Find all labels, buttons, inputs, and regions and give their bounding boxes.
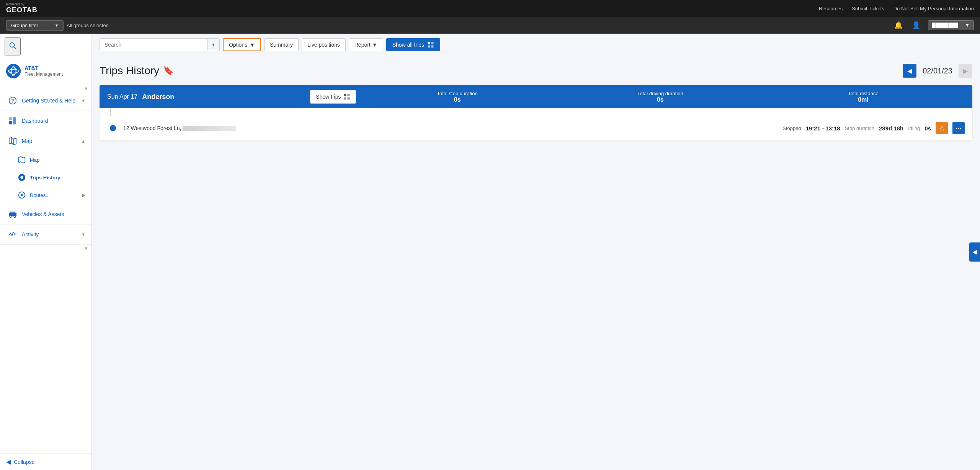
date-prev-button[interactable]: ◀ (903, 64, 916, 78)
page-header: Trips History 🔖 ◀ 02/01/23 ▶ (100, 64, 972, 78)
brand-name: GEOTAB (6, 6, 38, 14)
nav-group-map: Map ▲ Map Trips Hist (0, 131, 91, 204)
map-sub-icon (17, 155, 27, 165)
table-header-date: Sun Apr 17 (107, 93, 137, 100)
search-icon (8, 41, 17, 50)
groups-bar-left: Groups filter ▼ All groups selected (6, 20, 109, 31)
table-header-distance: Total distance 0mi (762, 91, 965, 103)
sidebar-search-area (0, 34, 91, 59)
svg-rect-23 (428, 46, 430, 48)
table-header-row: Sun Apr 17 Anderson Show trips T (100, 85, 972, 108)
right-panel-collapse-button[interactable]: ◀ (969, 242, 980, 262)
main-layout: AT&T Fleet Management ▲ ? Getting Starte… (0, 34, 980, 470)
report-button[interactable]: Report ▼ (349, 38, 383, 51)
user-icon: 👤 (912, 21, 920, 29)
trip-stop-duration-label: Stop duration (845, 125, 874, 131)
search-dropdown-button[interactable]: ▼ (207, 39, 219, 50)
map-icon (7, 136, 18, 146)
do-not-sell-link[interactable]: Do Not Sell My Personal Information (893, 6, 974, 11)
trip-dot-container (107, 125, 119, 131)
search-input[interactable] (100, 39, 207, 51)
activity-icon (7, 229, 18, 240)
att-logo (6, 64, 21, 78)
scroll-down-indicator: ▼ (83, 246, 88, 251)
show-all-trips-button[interactable]: Show all trips (386, 38, 440, 51)
sidebar-item-trips-history-label: Trips History (30, 175, 60, 181)
sidebar-item-activity[interactable]: Activity ▼ (0, 224, 91, 244)
trips-table: Sun Apr 17 Anderson Show trips T (100, 85, 972, 141)
page-title-area: Trips History 🔖 (100, 65, 173, 77)
show-trips-button[interactable]: Show trips (310, 90, 356, 104)
sidebar-item-vehicles[interactable]: Vehicles & Assets (0, 204, 91, 224)
sidebar-item-dashboard-label: Dashboard (22, 118, 85, 124)
svg-point-19 (10, 216, 11, 218)
live-positions-button[interactable]: Live positions (302, 38, 346, 51)
svg-point-16 (21, 194, 23, 196)
top-bar-left: Powered by GEOTAB (6, 3, 38, 14)
sidebar-search-button[interactable] (5, 37, 21, 55)
sidebar: AT&T Fleet Management ▲ ? Getting Starte… (0, 34, 92, 470)
trip-dashed-line (110, 108, 111, 116)
user-profile-button[interactable]: 👤 (910, 20, 922, 31)
groups-bar-right: 🔔 👤 ████████ ▼ (893, 20, 974, 31)
user-dropdown-chevron-icon: ▼ (965, 23, 970, 28)
getting-started-chevron-icon: ▼ (81, 98, 85, 103)
summary-button[interactable]: Summary (264, 38, 299, 51)
report-chevron-icon: ▼ (372, 42, 377, 48)
sidebar-item-getting-started[interactable]: ? Getting Started & Help ▼ (0, 91, 91, 111)
date-next-button[interactable]: ▶ (959, 64, 972, 78)
user-dropdown[interactable]: ████████ ▼ (928, 20, 974, 30)
svg-rect-9 (13, 117, 16, 124)
table-header-driver: Anderson (142, 93, 174, 101)
dashboard-icon (7, 115, 18, 126)
resources-link[interactable]: Resources (819, 6, 843, 11)
notification-bell-button[interactable]: 🔔 (893, 20, 904, 31)
table-header-driving-duration: Total driving duration 0s (559, 91, 762, 103)
options-chevron-icon: ▼ (250, 42, 255, 48)
scroll-up-indicator: ▲ (83, 85, 88, 91)
trip-time-range: 19:21 - 13:18 (806, 125, 840, 132)
groups-filter-button[interactable]: Groups filter ▼ (6, 20, 64, 31)
trip-address-container: 12 Westwood Forest Ln, (123, 125, 778, 131)
search-input-wrapper: ▼ (100, 38, 220, 51)
trip-address: 12 Westwood Forest Ln, (123, 125, 181, 131)
routes-icon (17, 190, 27, 200)
svg-point-14 (20, 176, 23, 179)
user-name-text: ████████ (932, 23, 958, 28)
sidebar-item-dashboard[interactable]: Dashboard (0, 111, 91, 131)
toolbar: ▼ Options ▼ Summary Live positions Repor… (92, 34, 980, 56)
sidebar-item-map[interactable]: Map ▲ (0, 131, 91, 151)
sidebar-item-map-label: Map (22, 138, 81, 144)
all-groups-text: All groups selected (67, 23, 109, 28)
report-label: Report (354, 42, 371, 48)
table-header-date-driver: Sun Apr 17 Anderson (107, 93, 310, 101)
nav-group-vehicles: Vehicles & Assets (0, 204, 91, 224)
sidebar-item-trips-history[interactable]: Trips History (0, 169, 91, 186)
bookmark-icon[interactable]: 🔖 (163, 66, 173, 76)
sidebar-item-map-sub[interactable]: Map (0, 151, 91, 169)
svg-line-1 (14, 47, 16, 49)
trip-location-dot (110, 125, 116, 131)
nav-group-getting-started: ? Getting Started & Help ▼ (0, 91, 91, 111)
activity-chevron-icon: ▼ (81, 232, 85, 237)
driving-duration-header-value: 0s (657, 96, 664, 103)
options-button[interactable]: Options ▼ (223, 38, 261, 51)
sidebar-brand-name: AT&T (24, 65, 63, 72)
collapse-sidebar-button[interactable]: ◀ Collapse (0, 453, 91, 470)
sidebar-item-vehicles-label: Vehicles & Assets (22, 211, 85, 217)
sidebar-item-routes[interactable]: Routes... ▶ (0, 186, 91, 204)
submit-tickets-link[interactable]: Submit Tickets (852, 6, 884, 11)
show-trips-label: Show trips (316, 94, 341, 100)
stop-duration-header-label: Total stop duration (437, 91, 477, 96)
svg-rect-22 (431, 42, 433, 44)
groups-bar: Groups filter ▼ All groups selected 🔔 👤 … (0, 17, 980, 34)
table-row: 12 Westwood Forest Ln, Stopped 19:21 - 1… (100, 116, 972, 141)
nav-group-dashboard: Dashboard (0, 111, 91, 131)
trip-warning-button[interactable]: ⚠ (936, 122, 948, 134)
trip-address-blurred (183, 126, 236, 131)
date-display: 02/01/23 (920, 67, 956, 75)
trip-stop-duration-value: 289d 18h (879, 125, 903, 132)
right-panel-collapse-icon: ◀ (972, 248, 977, 255)
stop-duration-header-value: 0s (454, 96, 461, 103)
trip-more-options-button[interactable]: ⋯ (952, 122, 965, 134)
